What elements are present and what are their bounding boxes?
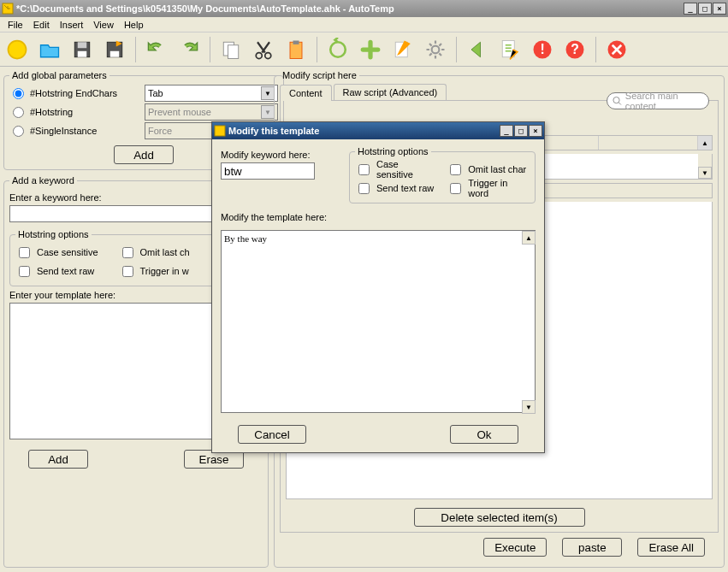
refresh-icon[interactable] <box>324 36 352 63</box>
ok-button[interactable]: Ok <box>450 425 518 444</box>
svg-rect-22 <box>215 126 225 136</box>
svg-rect-12 <box>293 40 299 44</box>
radio-singleinstance[interactable] <box>13 126 24 137</box>
open-icon[interactable] <box>36 36 63 63</box>
check-case-sensitive[interactable] <box>19 247 30 258</box>
cancel-button[interactable]: Cancel <box>238 425 306 444</box>
document-edit-icon[interactable] <box>496 36 524 63</box>
save-as-icon[interactable] <box>101 36 128 63</box>
modify-keyword-input[interactable] <box>221 162 315 180</box>
menu-help[interactable]: Help <box>119 18 149 32</box>
menu-edit[interactable]: Edit <box>28 18 55 32</box>
check-omit-label: Omit last ch <box>140 247 190 257</box>
grid-scroll-up-icon[interactable]: ▲ <box>698 136 712 150</box>
radio-hotstring-endchars[interactable] <box>13 88 24 99</box>
maximize-button[interactable]: □ <box>698 3 712 15</box>
add-icon[interactable] <box>357 36 384 63</box>
edit-icon[interactable] <box>389 36 417 63</box>
svg-point-9 <box>256 52 262 58</box>
menu-insert[interactable]: Insert <box>55 18 89 32</box>
svg-rect-8 <box>228 44 239 58</box>
add-global-button[interactable]: Add <box>114 145 174 164</box>
modal-check-omit[interactable] <box>450 164 461 175</box>
radio-label-singleinstance: #SingleInstance <box>30 126 141 136</box>
svg-point-14 <box>432 45 440 53</box>
check-omit-last[interactable] <box>122 247 133 258</box>
dialog-close-button[interactable]: × <box>529 125 542 137</box>
settings-icon[interactable] <box>422 36 449 63</box>
tab-raw-script[interactable]: Raw script (Advanced) <box>334 84 447 100</box>
cut-icon[interactable] <box>250 36 277 63</box>
modify-template-textarea[interactable] <box>221 230 536 413</box>
modal-trigger-label: Trigger in word <box>468 178 530 198</box>
copy-icon[interactable] <box>217 36 245 63</box>
modify-template-dialog: Modify this template _ □ × Modify keywor… <box>211 121 545 453</box>
combo-hotstring[interactable]: Prevent mouse▼ <box>145 103 278 121</box>
erase-all-button[interactable]: Erase All <box>637 538 705 557</box>
search-icon <box>613 96 622 106</box>
global-params-legend: Add global parameters <box>9 70 109 80</box>
modify-template-label: Modify the template here: <box>221 212 536 222</box>
modal-hotstring-legend: Hotstring options <box>355 146 431 156</box>
menu-view[interactable]: View <box>88 18 119 32</box>
back-icon[interactable] <box>464 36 491 63</box>
hotstring-legend: Hotstring options <box>15 229 92 239</box>
close-button[interactable]: × <box>713 3 726 15</box>
svg-rect-6 <box>110 50 120 56</box>
minimize-button[interactable]: _ <box>684 3 697 15</box>
modal-omit-label: Omit last char <box>468 164 526 174</box>
dialog-minimize-button[interactable]: _ <box>500 125 513 137</box>
tab-content[interactable]: Content <box>280 85 332 101</box>
execute-button[interactable]: Execute <box>483 538 547 557</box>
dialog-title: Modify this template <box>228 126 319 136</box>
modal-scroll-down-icon[interactable]: ▼ <box>522 400 536 414</box>
svg-point-10 <box>265 52 271 58</box>
combo-endchars[interactable]: Tab▼ <box>145 85 278 102</box>
menu-bar: File Edit Insert View Help <box>0 17 728 32</box>
grid-scroll-down-icon[interactable]: ▼ <box>698 167 712 179</box>
paste-button[interactable]: paste <box>562 538 622 557</box>
modal-check-case[interactable] <box>358 164 370 175</box>
modify-script-legend: Modify script here <box>280 70 359 80</box>
svg-point-21 <box>613 97 619 103</box>
search-placeholder: Search main content <box>625 91 703 111</box>
delete-selected-button[interactable]: Delete selected item(s) <box>414 508 585 527</box>
radio-label-endchars: #Hotstring EndChars <box>30 88 141 98</box>
check-send-raw[interactable] <box>19 266 30 277</box>
check-case-label: Case sensitive <box>37 247 98 257</box>
modal-case-label: Case sensitive <box>376 159 436 180</box>
undo-icon[interactable] <box>143 36 170 63</box>
svg-text:!: ! <box>540 42 544 56</box>
help-icon[interactable]: ? <box>561 36 589 63</box>
dialog-maximize-button[interactable]: □ <box>514 125 528 137</box>
add-template-button[interactable]: Add <box>28 450 88 469</box>
modify-keyword-label: Modify keyword here: <box>221 150 340 160</box>
new-icon[interactable] <box>3 36 31 63</box>
check-trigger-word[interactable] <box>122 266 133 277</box>
delete-icon[interactable] <box>603 36 630 63</box>
modal-scroll-up-icon[interactable]: ▲ <box>522 231 536 245</box>
svg-rect-4 <box>78 42 87 48</box>
paste-icon[interactable] <box>282 36 310 63</box>
search-input[interactable]: Search main content <box>607 92 709 109</box>
add-keyword-legend: Add a keyword <box>9 175 77 186</box>
dialog-icon <box>214 125 226 137</box>
svg-text:?: ? <box>571 42 579 56</box>
window-title: *C:\Documents and Settings\k0541350\My D… <box>16 3 394 14</box>
redo-icon[interactable] <box>175 36 203 63</box>
error-icon[interactable]: ! <box>529 36 556 63</box>
modal-check-raw[interactable] <box>358 183 370 194</box>
app-icon <box>2 3 14 15</box>
modal-hotstring-group: Hotstring options Case sensitive Send te… <box>349 146 536 203</box>
radio-label-hotstring: #Hotstring <box>30 107 141 117</box>
grid-col-2[interactable] <box>599 136 698 150</box>
svg-point-1 <box>9 40 27 58</box>
radio-hotstring[interactable] <box>13 107 24 118</box>
modal-check-trigger[interactable] <box>450 183 461 194</box>
modal-raw-label: Send text raw <box>376 183 434 193</box>
check-raw-label: Send text raw <box>37 266 94 276</box>
svg-rect-11 <box>290 42 302 58</box>
save-icon[interactable] <box>68 36 96 63</box>
svg-rect-3 <box>78 50 87 56</box>
menu-file[interactable]: File <box>3 18 28 32</box>
